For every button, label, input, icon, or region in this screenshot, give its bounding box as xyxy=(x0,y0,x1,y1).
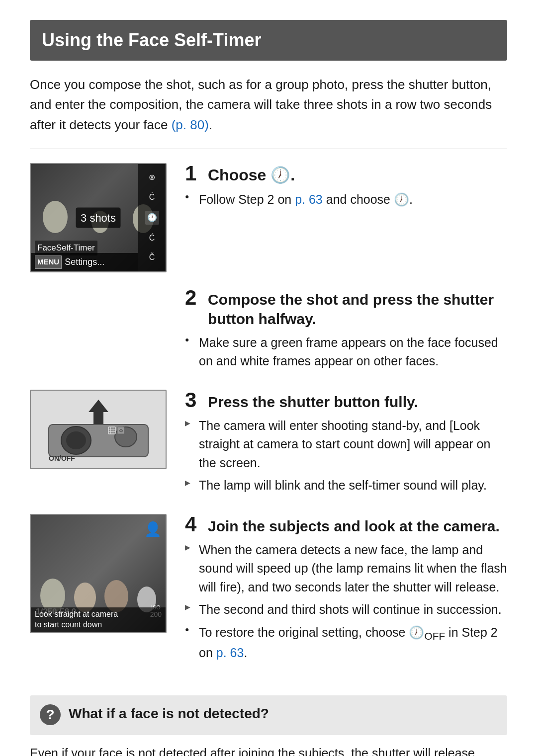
camera-menu-icons: ⊗ Ċ 🕐 Ć Č xyxy=(138,164,166,271)
menu-bar: MENU Settings... xyxy=(31,253,138,271)
group-photo-bg: 👤 1/250 F8.0 ISO 200 Look straight at ca… xyxy=(31,515,166,632)
intro-paragraph: Once you compose the shot, such as for a… xyxy=(30,75,507,135)
camera-caption: Look straight at camera to start count d… xyxy=(31,607,166,632)
step-4-title: Join the subjects and look at the camera… xyxy=(208,516,500,536)
person-icon: 👤 xyxy=(144,519,162,540)
step-4-bullet-3: To restore the original setting, choose … xyxy=(185,623,507,663)
step-1-row: 3 shots ⊗ Ċ 🕐 Ć Č FaceSelf-Timer MENU xyxy=(30,163,507,272)
step-3-title: Press the shutter button fully. xyxy=(208,392,418,412)
timer-c3-icon: Č xyxy=(149,252,155,263)
step-3-bullet-1: The camera will enter shooting stand-by,… xyxy=(185,417,507,473)
step-3-heading: 3 Press the shutter button fully. xyxy=(185,390,507,412)
step-4-image: 👤 1/250 F8.0 ISO 200 Look straight at ca… xyxy=(30,514,169,633)
info-box-1-content: What if a face is not detected? xyxy=(69,703,497,727)
svg-text:ON/OFF: ON/OFF xyxy=(49,454,75,462)
caption-line-1: Look straight at camera xyxy=(35,609,162,620)
intro-text: Once you compose the shot, such as for a… xyxy=(30,77,492,132)
step-4-heading: 4 Join the subjects and look at the came… xyxy=(185,514,507,536)
section-divider xyxy=(30,149,507,149)
timer-c-icon: Ċ xyxy=(149,191,155,203)
step-4-row: 👤 1/250 F8.0 ISO 200 Look straight at ca… xyxy=(30,514,507,667)
svg-point-3 xyxy=(66,431,86,449)
step-number-1: 1 xyxy=(185,163,203,184)
step-1-heading: 1 Choose 🕖. xyxy=(185,163,507,186)
step-2-title: Compose the shot and press the shutter b… xyxy=(208,290,507,329)
step-1-title: Choose 🕖. xyxy=(208,165,295,186)
info-box-1-title: What if a face is not detected? xyxy=(69,703,497,724)
step-1-content: 1 Choose 🕖. Follow Step 2 on p. 63 and c… xyxy=(185,163,507,213)
info-box-face-not-detected: ? What if a face is not detected? xyxy=(30,695,507,735)
info-box-1-text: Even if your face is not detected after … xyxy=(30,744,507,756)
camera-screenshot-2: ⚙ ON/OFF xyxy=(30,390,167,469)
timer-off-icon: ⊗ xyxy=(149,171,155,183)
step-3-bullets: The camera will enter shooting stand-by,… xyxy=(185,417,507,495)
step-3-image: ⚙ ON/OFF xyxy=(30,390,169,469)
step-number-4: 4 xyxy=(185,514,203,535)
step-number-3: 3 xyxy=(185,390,203,411)
shots-badge: 3 shots xyxy=(76,207,121,228)
step4-link[interactable]: p. 63 xyxy=(216,646,244,660)
step1-link[interactable]: p. 63 xyxy=(295,192,323,206)
step-4-bullet-2: The second and third shots will continue… xyxy=(185,600,507,619)
step-number-2: 2 xyxy=(185,287,203,308)
step-4-bullets: When the camera detects a new face, the … xyxy=(185,541,507,663)
step-2-heading: 2 Compose the shot and press the shutter… xyxy=(185,287,507,329)
camera-screenshot-3: 👤 1/250 F8.0 ISO 200 Look straight at ca… xyxy=(30,514,167,633)
caption-line-2: to start count down xyxy=(35,620,162,630)
timer-c2-icon: Ć xyxy=(149,232,155,244)
intro-link[interactable]: (p. 80) xyxy=(172,117,209,132)
page-title: Using the Face Self-Timer xyxy=(30,20,507,61)
step-4-bullet-1: When the camera detects a new face, the … xyxy=(185,541,507,597)
face-timer-icon: 🕐 xyxy=(145,211,159,225)
svg-marker-0 xyxy=(89,400,108,424)
step-2-bullet-1: Make sure a green frame appears on the f… xyxy=(185,334,507,371)
step-1-bullets: Follow Step 2 on p. 63 and choose 🕖. xyxy=(185,190,507,209)
steps-container: 3 shots ⊗ Ċ 🕐 Ć Č FaceSelf-Timer MENU xyxy=(30,163,507,681)
step-2-row: 2 Compose the shot and press the shutter… xyxy=(30,287,507,375)
svg-text:⚙: ⚙ xyxy=(118,428,123,433)
step-3-row: ⚙ ON/OFF 3 Press the shutter button full… xyxy=(30,390,507,499)
step-1-bullet-1: Follow Step 2 on p. 63 and choose 🕖. xyxy=(185,190,507,209)
step-2-content: 2 Compose the shot and press the shutter… xyxy=(185,287,507,375)
step-3-content: 3 Press the shutter button fully. The ca… xyxy=(185,390,507,499)
step-1-image: 3 shots ⊗ Ċ 🕐 Ć Č FaceSelf-Timer MENU xyxy=(30,163,169,272)
camera-screenshot-1: 3 shots ⊗ Ċ 🕐 Ć Č FaceSelf-Timer MENU xyxy=(30,163,167,272)
question-icon: ? xyxy=(40,704,61,725)
camera-body-diagram: ⚙ ON/OFF xyxy=(31,391,166,468)
menu-label: MENU xyxy=(35,255,62,269)
step-3-bullet-2: The lamp will blink and the self-timer s… xyxy=(185,476,507,495)
step-2-bullets: Make sure a green frame appears on the f… xyxy=(185,334,507,371)
step-4-content: 4 Join the subjects and look at the came… xyxy=(185,514,507,667)
settings-label: Settings... xyxy=(65,255,104,269)
